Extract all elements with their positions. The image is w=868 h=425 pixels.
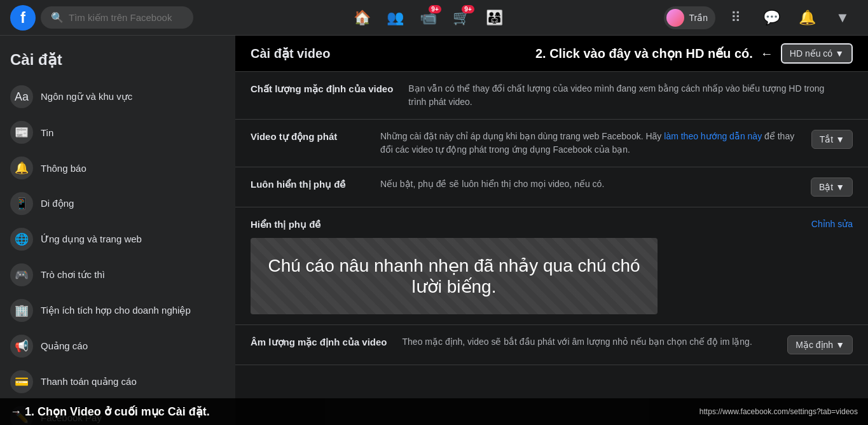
annotation-header-text: 2. Click vào đây và chọn HD nếu có. <box>535 46 753 61</box>
subtitles-always-desc: Nếu bật, phụ đề sẽ luôn hiển thị cho mọi… <box>380 178 796 191</box>
volume-row: Âm lượng mặc định của video Theo mặc địn… <box>235 325 868 365</box>
video-badge: 9+ <box>429 5 441 13</box>
quality-desc: Bạn vẫn có thể thay đổi chất lượng của v… <box>408 82 837 109</box>
autoplay-label: Video tự động phát <box>251 130 365 143</box>
sidebar-item-ads[interactable]: 📢 Quảng cáo <box>5 328 230 364</box>
chevron-down-icon: ▼ <box>836 134 844 144</box>
marketplace-badge: 9+ <box>462 5 474 13</box>
sidebar-item-mobile[interactable]: 📱 Di động <box>5 186 230 221</box>
sidebar-item-label-games: Trò chơi tức thì <box>41 269 105 281</box>
facebook-logo[interactable]: f <box>10 5 36 31</box>
groups-nav-btn[interactable]: 👨‍👩‍👧 <box>479 3 510 33</box>
sidebar-item-label-mobile: Di động <box>41 198 74 209</box>
sidebar-item-games[interactable]: 🎮 Trò chơi tức thì <box>5 257 230 293</box>
page-title: Cài đặt video <box>251 46 330 61</box>
nav-right: Trần ⠿ 💬 🔔 ▼ <box>664 3 858 33</box>
autoplay-dropdown-btn[interactable]: Tắt ▼ <box>811 130 853 149</box>
autoplay-control: Tắt ▼ <box>811 130 853 149</box>
apps-btn[interactable]: ⠿ <box>720 3 751 33</box>
sidebar-title: Cài đặt <box>5 46 230 79</box>
chevron-down-icon: ▼ <box>836 182 844 192</box>
sidebar-item-news[interactable]: 📰 Tin <box>5 115 230 150</box>
sidebar-item-label-business: Tiện ích tích hợp cho doanh nghiệp <box>41 305 191 316</box>
top-navigation: f 🔍 🏠 👥 📹 9+ 🛒 9+ 👨‍👩‍👧 Trần ⠿ 💬 🔔 ▼ <box>0 0 868 36</box>
sidebar: Cài đặt Aa Ngôn ngữ và khu vực 📰 Tin 🔔 T… <box>0 36 235 425</box>
ads-icon: 📢 <box>10 335 33 358</box>
main-content: Cài đặt video 2. Click vào đây và chọn H… <box>235 36 868 425</box>
business-icon: 🏢 <box>10 299 33 322</box>
sidebar-item-apps[interactable]: 🌐 Ứng dụng và trang web <box>5 221 230 257</box>
subtitles-always-control: Bật ▼ <box>811 178 853 197</box>
sidebar-item-label-news: Tin <box>41 127 53 138</box>
arrow-icon: ← <box>761 46 773 61</box>
sidebar-item-language[interactable]: Aa Ngôn ngữ và khu vực <box>5 79 230 115</box>
search-icon: 🔍 <box>51 11 64 24</box>
search-box[interactable]: 🔍 <box>41 6 193 29</box>
bottom-annotation-bar: → 1. Chọn Video ở cuối mục Cài đặt. http… <box>0 398 868 425</box>
avatar <box>666 9 684 27</box>
user-name: Trần <box>689 13 708 23</box>
volume-dropdown-btn[interactable]: Mặc định ▼ <box>787 335 853 354</box>
quality-row: Chất lượng mặc định của video Bạn vẫn có… <box>235 72 868 120</box>
apps-sidebar-icon: 🌐 <box>10 228 33 251</box>
sidebar-item-label-ads: Quảng cáo <box>41 340 88 352</box>
games-icon: 🎮 <box>10 263 33 286</box>
quality-label: Chất lượng mặc định của video <box>251 82 393 95</box>
subtitles-always-dropdown-btn[interactable]: Bật ▼ <box>811 178 853 197</box>
language-icon: Aa <box>10 85 33 108</box>
nav-center: 🏠 👥 📹 9+ 🛒 9+ 👨‍👩‍👧 <box>193 3 664 33</box>
sidebar-item-business[interactable]: 🏢 Tiện ích tích hợp cho doanh nghiệp <box>5 293 230 328</box>
messenger-btn[interactable]: 💬 <box>756 3 787 33</box>
notifications-btn[interactable]: 🔔 <box>792 3 822 33</box>
sidebar-item-notifications[interactable]: 🔔 Thông báo <box>5 150 230 186</box>
volume-control: Mặc định ▼ <box>787 335 853 354</box>
sidebar-item-label-notifications: Thông báo <box>41 163 86 174</box>
sidebar-item-ad-payment[interactable]: 💳 Thanh toán quảng cáo <box>5 364 230 400</box>
mobile-icon: 📱 <box>10 192 33 215</box>
subtitles-always-label: Luôn hiển thị phụ đề <box>251 178 365 190</box>
volume-desc: Theo mặc định, video sẽ bắt đầu phát với… <box>403 335 773 349</box>
subtitles-display-label: Hiển thị phụ đề <box>251 218 365 230</box>
autoplay-row: Video tự động phát Những cài đặt này chỉ… <box>235 120 868 167</box>
hd-dropdown-btn[interactable]: HD nếu có ▼ <box>781 43 853 64</box>
search-input[interactable] <box>69 12 183 23</box>
notifications-sidebar-icon: 🔔 <box>10 157 33 179</box>
bottom-url: https://www.facebook.com/settings?tab=vi… <box>699 407 858 416</box>
user-chip[interactable]: Trần <box>664 6 715 29</box>
chevron-down-icon: ▼ <box>836 340 844 350</box>
sidebar-item-label-language: Ngôn ngữ và khu vực <box>41 91 132 102</box>
account-menu-btn[interactable]: ▼ <box>827 3 858 33</box>
video-nav-btn[interactable]: 📹 9+ <box>413 3 444 33</box>
marketplace-nav-btn[interactable]: 🛒 9+ <box>446 3 477 33</box>
ad-payment-icon: 💳 <box>10 370 33 393</box>
page-layout: Cài đặt Aa Ngôn ngữ và khu vực 📰 Tin 🔔 T… <box>0 0 868 425</box>
sidebar-item-label-apps: Ứng dụng và trang web <box>41 233 142 245</box>
volume-label: Âm lượng mặc định của video <box>251 335 387 348</box>
subtitles-display-row: Hiển thị phụ đề Chỉnh sửa Chú cáo nâu nh… <box>235 207 868 325</box>
news-icon: 📰 <box>10 121 33 144</box>
friends-nav-btn[interactable]: 👥 <box>380 3 411 33</box>
home-nav-btn[interactable]: 🏠 <box>347 3 378 33</box>
subtitles-always-row: Luôn hiển thị phụ đề Nếu bật, phụ đề sẽ … <box>235 167 868 207</box>
chevron-down-icon: ▼ <box>835 48 844 59</box>
autoplay-link[interactable]: làm theo hướng dẫn này <box>664 131 762 141</box>
subtitles-display-edit-btn[interactable]: Chỉnh sửa <box>811 219 853 229</box>
caption-preview: Chú cáo nâu nhanh nhẹn đã nhảy qua chú c… <box>251 238 658 314</box>
autoplay-desc: Những cài đặt này chỉ áp dụng khi bạn dù… <box>380 130 796 157</box>
bottom-annotation-text: → 1. Chọn Video ở cuối mục Cài đặt. <box>10 405 210 419</box>
sidebar-item-label-ad-payment: Thanh toán quảng cáo <box>41 376 137 387</box>
caption-text: Chú cáo nâu nhanh nhẹn đã nhảy qua chú c… <box>266 255 642 297</box>
